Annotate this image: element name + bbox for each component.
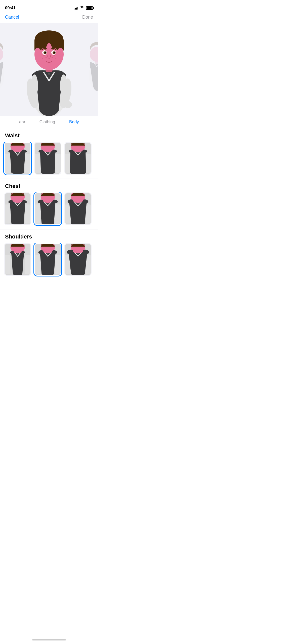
shoulders-options bbox=[0, 243, 98, 280]
content-area: Waist bbox=[0, 128, 98, 290]
svg-rect-33 bbox=[5, 154, 10, 173]
svg-point-11 bbox=[48, 73, 50, 75]
chest-option-3[interactable] bbox=[64, 192, 92, 225]
svg-rect-50 bbox=[86, 154, 91, 173]
svg-rect-81 bbox=[5, 255, 10, 274]
shoulders-option-1[interactable] bbox=[4, 243, 31, 276]
status-time: 09:41 bbox=[5, 6, 16, 11]
tab-body[interactable]: Body bbox=[62, 116, 86, 128]
svg-point-15 bbox=[46, 57, 47, 58]
waist-options bbox=[0, 142, 98, 179]
chest-title: Chest bbox=[0, 183, 98, 192]
svg-rect-57 bbox=[5, 205, 10, 224]
chest-options bbox=[0, 192, 98, 229]
svg-point-10 bbox=[60, 74, 67, 97]
shoulders-title: Shoulders bbox=[0, 233, 98, 243]
svg-rect-82 bbox=[25, 255, 30, 274]
svg-rect-73 bbox=[65, 205, 70, 224]
svg-rect-90 bbox=[55, 255, 61, 274]
svg-point-9 bbox=[31, 74, 38, 97]
wifi-icon bbox=[80, 6, 84, 10]
svg-point-14 bbox=[44, 55, 45, 56]
svg-point-6 bbox=[64, 101, 72, 108]
shoulders-option-3[interactable] bbox=[64, 243, 92, 276]
svg-rect-49 bbox=[65, 154, 70, 173]
chest-option-2[interactable] bbox=[34, 192, 61, 225]
svg-point-31 bbox=[90, 47, 98, 62]
svg-point-19 bbox=[55, 58, 56, 59]
avatar-main bbox=[0, 23, 98, 116]
battery-icon bbox=[86, 6, 93, 10]
signal-icon bbox=[74, 7, 78, 10]
avatar-preview bbox=[0, 23, 98, 116]
shoulders-section: Shoulders bbox=[0, 229, 98, 280]
tab-bar: ear Clothing Body bbox=[0, 116, 98, 128]
done-button[interactable]: Done bbox=[82, 15, 93, 20]
svg-rect-66 bbox=[55, 205, 61, 224]
svg-rect-41 bbox=[35, 154, 40, 173]
svg-rect-58 bbox=[25, 205, 30, 224]
tab-ear[interactable]: ear bbox=[12, 116, 32, 128]
waist-option-1[interactable] bbox=[4, 142, 31, 175]
chest-section: Chest bbox=[0, 179, 98, 229]
svg-point-17 bbox=[54, 55, 55, 56]
waist-option-3[interactable] bbox=[64, 142, 92, 175]
tab-clothing[interactable]: Clothing bbox=[32, 116, 62, 128]
svg-rect-74 bbox=[86, 205, 91, 224]
waist-title: Waist bbox=[0, 132, 98, 142]
cancel-button[interactable]: Cancel bbox=[5, 15, 19, 20]
nav-bar: Cancel Done bbox=[0, 13, 98, 23]
shoulders-option-2[interactable] bbox=[34, 243, 61, 276]
svg-rect-34 bbox=[25, 154, 30, 173]
svg-rect-65 bbox=[35, 205, 40, 224]
waist-option-2[interactable] bbox=[34, 142, 61, 175]
svg-point-18 bbox=[52, 57, 53, 58]
svg-point-26 bbox=[45, 52, 46, 52]
status-icons bbox=[74, 6, 93, 10]
svg-point-27 bbox=[54, 52, 55, 52]
svg-point-16 bbox=[42, 58, 43, 59]
avatar-preview-right bbox=[86, 35, 98, 91]
chest-option-1[interactable] bbox=[4, 192, 31, 225]
svg-rect-42 bbox=[55, 154, 61, 173]
waist-section: Waist bbox=[0, 128, 98, 179]
svg-rect-89 bbox=[35, 255, 40, 274]
status-bar: 09:41 bbox=[0, 0, 98, 13]
